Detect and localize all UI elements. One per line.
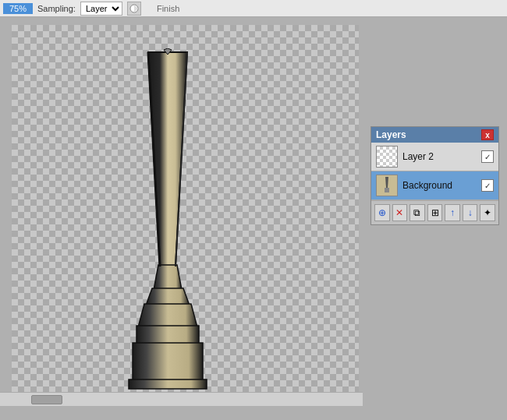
merge-layer-button[interactable]: ⊞ [427,204,443,221]
scrollbar-thumb[interactable] [31,395,62,404]
zoom-level[interactable]: 75% [3,3,33,14]
layers-title: Layers [376,129,406,140]
background-name: Background [402,180,477,191]
layer2-thumbnail [376,146,398,168]
finish-label[interactable]: Finish [157,4,179,13]
move-layer-up-button[interactable]: ↑ [445,204,460,221]
layer2-name: Layer 2 [402,151,477,162]
layers-panel-header: Layers x [371,127,498,143]
canvas-area [0,17,363,406]
layer-item-background[interactable]: Background ✓ [371,171,498,200]
svg-rect-6 [133,343,203,382]
sampling-select[interactable]: Layer [80,2,122,16]
duplicate-layer-button[interactable]: ⧉ [410,204,425,221]
layers-toolbar: ⊕ ✕ ⧉ ⊞ ↑ ↓ ✦ [371,200,498,224]
background-thumbnail [376,175,398,196]
layer2-visibility-toggle[interactable]: ✓ [481,150,494,163]
sampling-label: Sampling: [37,4,76,13]
color-picker-icon[interactable] [127,2,141,16]
horizontal-scrollbar[interactable] [0,392,363,406]
monument-image [90,48,246,391]
svg-rect-13 [385,188,389,192]
svg-rect-7 [129,379,207,389]
background-visibility-toggle[interactable]: ✓ [481,179,494,192]
canvas-viewport[interactable] [12,25,359,398]
svg-marker-4 [138,304,197,327]
layer-options-button[interactable]: ✦ [480,204,495,221]
layers-panel: Layers x Layer 2 ✓ Background ✓ ⊕ [370,126,499,225]
layers-close-button[interactable]: x [481,129,494,140]
right-panel: Layers x Layer 2 ✓ Background ✓ ⊕ [363,17,507,420]
layer-item-layer2[interactable]: Layer 2 ✓ [371,143,498,171]
add-layer-button[interactable]: ⊕ [374,204,390,221]
delete-layer-button[interactable]: ✕ [392,204,408,221]
main-toolbar: 75% Sampling: Layer Finish [0,0,507,17]
move-layer-down-button[interactable]: ↓ [463,204,478,221]
svg-marker-3 [146,288,190,305]
svg-marker-2 [154,265,182,290]
